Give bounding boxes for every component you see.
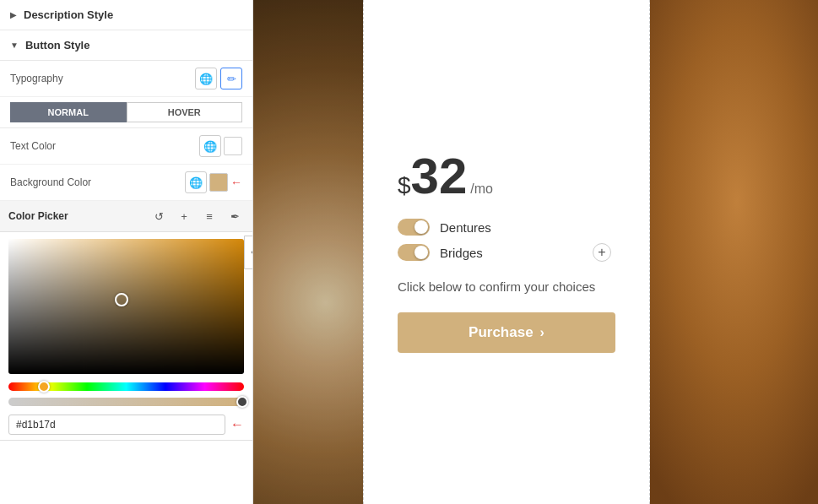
price-row: $ 32 /mo	[398, 151, 615, 202]
color-picker-add-btn[interactable]: +	[175, 207, 193, 225]
typography-controls: 🌐 ✏	[195, 68, 242, 89]
bg-color-arrow: ←	[230, 176, 242, 189]
button-style-label: Button Style	[25, 39, 90, 51]
normal-hover-tabs: NORMAL HOVER	[0, 97, 252, 128]
text-color-row: Text Color 🌐	[0, 128, 252, 165]
panel-collapse-toggle[interactable]: ‹	[244, 236, 253, 269]
toggle-bridges[interactable]	[398, 244, 430, 261]
description-style-label: Description Style	[24, 8, 113, 21]
background-color-row: Background Color 🌐 ←	[0, 165, 252, 201]
hex-input[interactable]	[8, 415, 225, 435]
tab-hover[interactable]: HOVER	[127, 102, 243, 122]
price-period: /mo	[470, 182, 493, 197]
tab-normal[interactable]: NORMAL	[10, 102, 127, 122]
feature-bridges: Bridges	[398, 244, 615, 261]
hex-arrow: ←	[230, 417, 244, 432]
right-content: $ 32 /mo Dentures Bridges Click below to…	[253, 0, 818, 504]
toggle-dentures-knob	[414, 220, 428, 234]
add-section-button[interactable]: +	[593, 243, 611, 262]
color-picker-menu-btn[interactable]: ≡	[200, 207, 219, 225]
features-list: Dentures Bridges	[398, 219, 615, 261]
toggle-dentures[interactable]	[398, 219, 430, 236]
color-picker-reset-btn[interactable]: ↺	[149, 207, 168, 225]
text-color-controls: 🌐	[199, 135, 242, 157]
bg-color-controls: 🌐 ←	[185, 171, 242, 193]
hue-slider-row	[0, 381, 252, 393]
toggle-bridges-knob	[414, 246, 428, 259]
feature-dentures-label: Dentures	[440, 220, 491, 235]
typography-label: Typography	[10, 73, 63, 84]
feature-dentures: Dentures	[398, 219, 615, 236]
color-picker-eyedropper-btn[interactable]: ✒	[225, 207, 244, 225]
price-dollar: $	[398, 172, 411, 199]
text-color-globe-btn[interactable]: 🌐	[199, 135, 221, 157]
hue-thumb	[38, 381, 50, 393]
typography-row: Typography 🌐 ✏	[0, 61, 252, 97]
bg-color-globe-btn[interactable]: 🌐	[185, 171, 207, 193]
purchase-button[interactable]: Purchase ›	[398, 312, 615, 353]
purchase-chevron: ›	[540, 325, 544, 340]
alpha-slider-row	[0, 396, 252, 408]
color-picker-section: Color Picker ↺ + ≡ ✒ ←	[0, 201, 252, 441]
text-color-label: Text Color	[10, 140, 56, 152]
confirm-text: Click below to confirm your choices	[398, 278, 615, 297]
color-picker-title: Color Picker	[8, 210, 143, 222]
hex-input-row: ←	[0, 409, 252, 440]
left-panel: ▶ Description Style ▼ Button Style Typog…	[0, 0, 253, 504]
alpha-slider[interactable]	[8, 398, 244, 406]
color-gradient-canvas[interactable]	[8, 239, 244, 374]
price-number: 32	[411, 151, 468, 202]
hue-slider[interactable]	[8, 382, 244, 391]
button-style-arrow: ▼	[10, 41, 19, 50]
alpha-thumb	[236, 396, 248, 408]
color-picker-header: Color Picker ↺ + ≡ ✒	[0, 201, 252, 232]
description-style-header[interactable]: ▶ Description Style	[0, 0, 252, 30]
purchase-label: Purchase	[469, 324, 534, 341]
typography-globe-btn[interactable]: 🌐	[195, 68, 217, 89]
feature-bridges-label: Bridges	[440, 246, 483, 260]
description-style-arrow: ▶	[10, 10, 17, 19]
text-color-swatch[interactable]	[224, 137, 242, 155]
button-style-header[interactable]: ▼ Button Style	[0, 30, 252, 61]
typography-edit-btn[interactable]: ✏	[220, 68, 242, 89]
background-color-label: Background Color	[10, 176, 91, 188]
bg-color-swatch[interactable]	[209, 173, 228, 192]
